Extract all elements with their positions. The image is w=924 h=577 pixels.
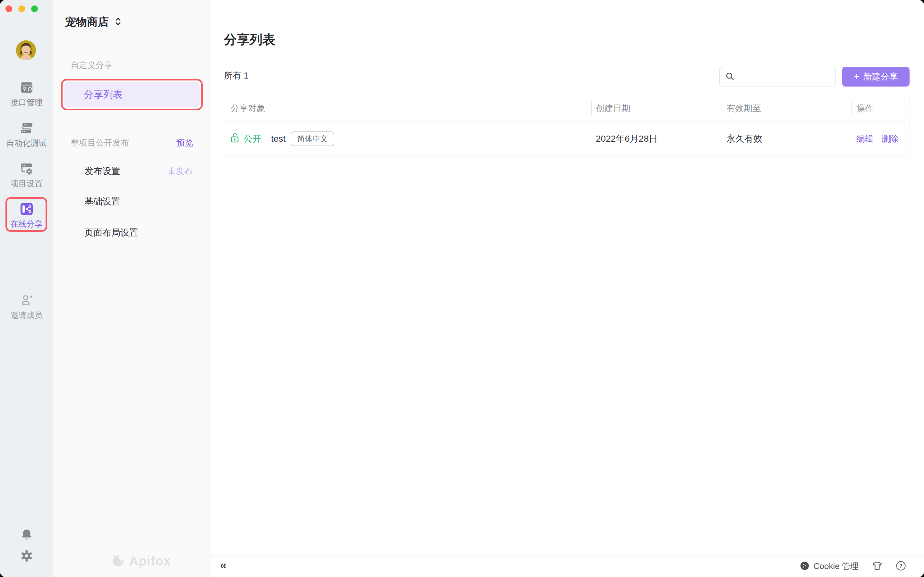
avatar-image [16,40,36,60]
rail-item-label: 接口管理 [11,97,43,108]
table-header-row: 分享对象 创建日期 有效期至 操作 [224,95,909,121]
section-header-project-publish: 整项目公开发布 [71,137,129,148]
cookie-icon [800,561,809,572]
count-value: 1 [244,71,249,81]
unlock-icon [231,133,240,145]
settings-button[interactable] [0,549,53,564]
help-button[interactable]: ? [896,561,906,572]
new-share-button[interactable]: + 新建分享 [842,67,909,87]
cell-created-date: 2022年6月28日 [591,133,722,145]
unpublished-badge: 未发布 [168,166,192,177]
section-header-custom-share: 自定义分享 [71,60,112,71]
rail-item-automated-testing[interactable]: 自动化测试 [0,121,53,148]
rail-item-project-settings[interactable]: 项目设置 [0,162,53,189]
server-gear-icon [20,162,33,175]
column-header-actions: 操作 [851,103,909,114]
invite-members-button[interactable]: 邀请成员 [0,293,53,321]
share-name: test [271,134,286,144]
cookie-manager-button[interactable]: Cookie 管理 [800,561,859,572]
search-icon [725,71,735,82]
collapse-sidebar-button[interactable]: « [220,560,226,571]
cell-actions: 编辑 删除 [851,133,909,145]
edit-link[interactable]: 编辑 [856,133,874,145]
page-title: 分享列表 [224,31,275,48]
rail-item-api-management[interactable]: 接口管理 [0,81,53,108]
column-header-share-target: 分享对象 [224,103,591,114]
traffic-lights [5,5,38,12]
gear-icon [19,549,34,564]
cell-valid-until: 永久有效 [722,133,851,145]
search-input[interactable] [738,72,846,82]
count-label: 所有 [224,71,241,81]
rail-item-label: 自动化测试 [6,138,47,148]
sidebar-item-share-list[interactable]: 分享列表 [64,82,200,107]
bell-icon [19,528,34,543]
api-window-icon [20,81,33,94]
tshirt-icon [872,561,882,572]
result-count: 所有 1 [224,70,249,81]
main-content: 分享列表 所有 1 + 新建分享 分享对象 创建日期 有效期至 操作 [210,0,924,577]
help-glyph: ? [899,563,903,569]
table-row: 公开 test 简体中文 2022年6月28日 永久有效 编辑 删除 [224,121,909,156]
close-button[interactable] [5,5,12,12]
delete-link[interactable]: 删除 [881,133,899,145]
server-stack-icon [20,121,33,135]
zoom-button[interactable] [31,5,38,12]
chevron-updown-icon [115,17,121,27]
apifox-logo: Apifox [63,553,220,569]
column-header-valid-until: 有效期至 [722,103,851,114]
rail-item-online-share[interactable]: 在线分享 [0,202,53,229]
help-icon: ? [896,561,906,572]
visibility-label: 公开 [244,133,262,145]
language-tag: 简体中文 [291,131,334,146]
project-title: 宠物商店 [65,15,109,29]
icon-rail: 接口管理 自动化测试 项目设置 在线分享 邀请成员 [0,0,53,577]
new-share-label: 新建分享 [863,71,898,82]
apifox-logo-icon [111,553,126,569]
avatar[interactable] [16,40,36,60]
rail-item-label: 在线分享 [11,219,43,229]
project-switcher[interactable]: 宠物商店 [65,15,121,29]
visibility-public: 公开 [231,133,262,145]
column-header-created: 创建日期 [591,103,722,114]
sidebar-item-publish-settings[interactable]: 发布设置 [84,165,120,177]
cell-share-target: 公开 test 简体中文 [224,131,591,146]
person-add-icon [20,293,33,307]
theme-button[interactable] [872,561,882,572]
sidebar-item-page-layout-settings[interactable]: 页面布局设置 [84,227,138,239]
search-box[interactable] [719,67,836,87]
share-node-icon [20,202,33,216]
share-table: 分享对象 创建日期 有效期至 操作 公开 test 简体中文 2022年6月28… [224,95,910,156]
minimize-button[interactable] [18,5,25,12]
app-window: 接口管理 自动化测试 项目设置 在线分享 邀请成员 [0,0,924,577]
secondary-sidebar: 宠物商店 自定义分享 分享列表 整项目公开发布 预览 发布设置 未发布 基础设置… [53,0,210,577]
invite-members-label: 邀请成员 [11,310,43,321]
rail-item-label: 项目设置 [11,178,43,189]
rail-divider [6,237,47,238]
preview-link[interactable]: 预览 [176,137,193,148]
plus-icon: + [854,72,859,81]
sidebar-item-basic-settings[interactable]: 基础设置 [84,195,120,208]
notifications-button[interactable] [0,528,53,543]
status-bar: « Cookie 管理 ? [210,555,924,577]
apifox-logo-text: Apifox [129,554,171,568]
cookie-manager-label: Cookie 管理 [814,561,859,572]
